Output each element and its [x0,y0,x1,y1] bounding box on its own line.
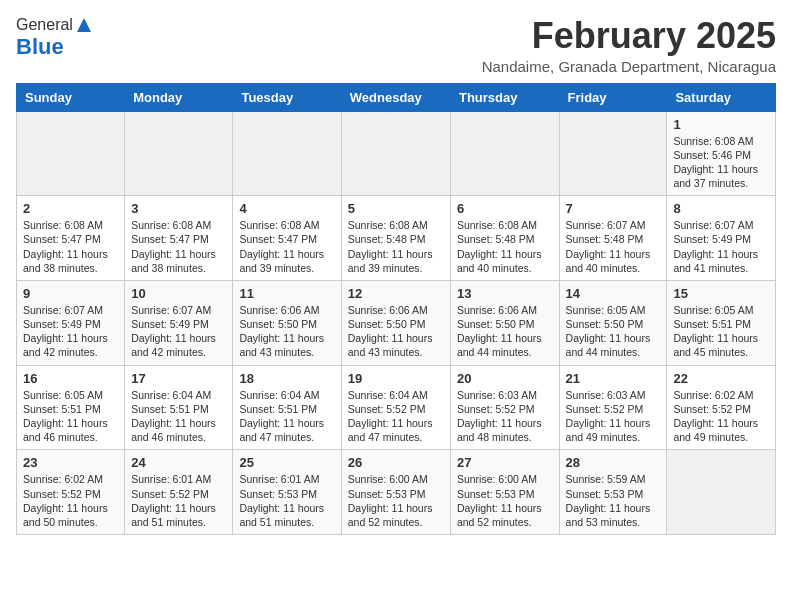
day-number: 28 [566,455,661,470]
day-content: Sunrise: 6:04 AM Sunset: 5:51 PM Dayligh… [239,388,334,445]
title-block: February 2025 Nandaime, Granada Departme… [482,16,776,75]
day-number: 14 [566,286,661,301]
day-number: 19 [348,371,444,386]
day-content: Sunrise: 5:59 AM Sunset: 5:53 PM Dayligh… [566,472,661,529]
day-number: 27 [457,455,553,470]
calendar-cell: 15Sunrise: 6:05 AM Sunset: 5:51 PM Dayli… [667,280,776,365]
weekday-header-wednesday: Wednesday [341,83,450,111]
day-content: Sunrise: 6:03 AM Sunset: 5:52 PM Dayligh… [566,388,661,445]
day-content: Sunrise: 6:02 AM Sunset: 5:52 PM Dayligh… [673,388,769,445]
day-content: Sunrise: 6:08 AM Sunset: 5:48 PM Dayligh… [348,218,444,275]
day-number: 10 [131,286,226,301]
day-content: Sunrise: 6:05 AM Sunset: 5:50 PM Dayligh… [566,303,661,360]
calendar-cell: 20Sunrise: 6:03 AM Sunset: 5:52 PM Dayli… [450,365,559,450]
day-number: 7 [566,201,661,216]
day-number: 4 [239,201,334,216]
calendar-cell: 28Sunrise: 5:59 AM Sunset: 5:53 PM Dayli… [559,450,667,535]
day-number: 13 [457,286,553,301]
svg-marker-0 [77,18,91,32]
day-content: Sunrise: 6:07 AM Sunset: 5:49 PM Dayligh… [673,218,769,275]
calendar-table: SundayMondayTuesdayWednesdayThursdayFrid… [16,83,776,535]
calendar-cell: 23Sunrise: 6:02 AM Sunset: 5:52 PM Dayli… [17,450,125,535]
day-content: Sunrise: 6:08 AM Sunset: 5:46 PM Dayligh… [673,134,769,191]
day-number: 15 [673,286,769,301]
day-content: Sunrise: 6:00 AM Sunset: 5:53 PM Dayligh… [348,472,444,529]
calendar-cell [341,111,450,196]
calendar-cell: 12Sunrise: 6:06 AM Sunset: 5:50 PM Dayli… [341,280,450,365]
calendar-week-row: 23Sunrise: 6:02 AM Sunset: 5:52 PM Dayli… [17,450,776,535]
day-content: Sunrise: 6:05 AM Sunset: 5:51 PM Dayligh… [673,303,769,360]
day-content: Sunrise: 6:08 AM Sunset: 5:48 PM Dayligh… [457,218,553,275]
calendar-cell: 18Sunrise: 6:04 AM Sunset: 5:51 PM Dayli… [233,365,341,450]
day-content: Sunrise: 6:05 AM Sunset: 5:51 PM Dayligh… [23,388,118,445]
calendar-cell: 4Sunrise: 6:08 AM Sunset: 5:47 PM Daylig… [233,196,341,281]
logo-blue: Blue [16,34,64,60]
calendar-week-row: 9Sunrise: 6:07 AM Sunset: 5:49 PM Daylig… [17,280,776,365]
day-content: Sunrise: 6:01 AM Sunset: 5:52 PM Dayligh… [131,472,226,529]
location-subtitle: Nandaime, Granada Department, Nicaragua [482,58,776,75]
day-content: Sunrise: 6:08 AM Sunset: 5:47 PM Dayligh… [239,218,334,275]
calendar-cell: 21Sunrise: 6:03 AM Sunset: 5:52 PM Dayli… [559,365,667,450]
day-number: 23 [23,455,118,470]
month-year-title: February 2025 [482,16,776,56]
day-number: 24 [131,455,226,470]
calendar-cell: 8Sunrise: 6:07 AM Sunset: 5:49 PM Daylig… [667,196,776,281]
calendar-cell: 27Sunrise: 6:00 AM Sunset: 5:53 PM Dayli… [450,450,559,535]
calendar-cell: 6Sunrise: 6:08 AM Sunset: 5:48 PM Daylig… [450,196,559,281]
logo: General Blue [16,16,93,60]
day-content: Sunrise: 6:06 AM Sunset: 5:50 PM Dayligh… [239,303,334,360]
day-number: 21 [566,371,661,386]
calendar-cell: 22Sunrise: 6:02 AM Sunset: 5:52 PM Dayli… [667,365,776,450]
day-number: 17 [131,371,226,386]
weekday-header-friday: Friday [559,83,667,111]
day-content: Sunrise: 6:03 AM Sunset: 5:52 PM Dayligh… [457,388,553,445]
day-content: Sunrise: 6:04 AM Sunset: 5:51 PM Dayligh… [131,388,226,445]
calendar-cell: 26Sunrise: 6:00 AM Sunset: 5:53 PM Dayli… [341,450,450,535]
calendar-cell: 14Sunrise: 6:05 AM Sunset: 5:50 PM Dayli… [559,280,667,365]
calendar-cell [559,111,667,196]
calendar-cell: 11Sunrise: 6:06 AM Sunset: 5:50 PM Dayli… [233,280,341,365]
day-content: Sunrise: 6:04 AM Sunset: 5:52 PM Dayligh… [348,388,444,445]
day-content: Sunrise: 6:07 AM Sunset: 5:49 PM Dayligh… [23,303,118,360]
page-header: General Blue February 2025 Nandaime, Gra… [16,16,776,75]
calendar-cell: 3Sunrise: 6:08 AM Sunset: 5:47 PM Daylig… [125,196,233,281]
calendar-cell: 1Sunrise: 6:08 AM Sunset: 5:46 PM Daylig… [667,111,776,196]
day-number: 20 [457,371,553,386]
day-content: Sunrise: 6:06 AM Sunset: 5:50 PM Dayligh… [457,303,553,360]
day-content: Sunrise: 6:08 AM Sunset: 5:47 PM Dayligh… [23,218,118,275]
weekday-header-sunday: Sunday [17,83,125,111]
day-content: Sunrise: 6:00 AM Sunset: 5:53 PM Dayligh… [457,472,553,529]
day-number: 6 [457,201,553,216]
day-number: 12 [348,286,444,301]
calendar-cell: 13Sunrise: 6:06 AM Sunset: 5:50 PM Dayli… [450,280,559,365]
calendar-cell: 7Sunrise: 6:07 AM Sunset: 5:48 PM Daylig… [559,196,667,281]
weekday-header-tuesday: Tuesday [233,83,341,111]
day-number: 18 [239,371,334,386]
calendar-week-row: 1Sunrise: 6:08 AM Sunset: 5:46 PM Daylig… [17,111,776,196]
day-content: Sunrise: 6:07 AM Sunset: 5:49 PM Dayligh… [131,303,226,360]
calendar-cell: 10Sunrise: 6:07 AM Sunset: 5:49 PM Dayli… [125,280,233,365]
day-number: 22 [673,371,769,386]
day-number: 5 [348,201,444,216]
day-number: 16 [23,371,118,386]
calendar-cell: 24Sunrise: 6:01 AM Sunset: 5:52 PM Dayli… [125,450,233,535]
day-content: Sunrise: 6:01 AM Sunset: 5:53 PM Dayligh… [239,472,334,529]
weekday-header-thursday: Thursday [450,83,559,111]
day-number: 11 [239,286,334,301]
calendar-cell: 2Sunrise: 6:08 AM Sunset: 5:47 PM Daylig… [17,196,125,281]
day-number: 2 [23,201,118,216]
calendar-week-row: 2Sunrise: 6:08 AM Sunset: 5:47 PM Daylig… [17,196,776,281]
calendar-cell: 9Sunrise: 6:07 AM Sunset: 5:49 PM Daylig… [17,280,125,365]
logo-general: General [16,16,73,34]
calendar-cell: 19Sunrise: 6:04 AM Sunset: 5:52 PM Dayli… [341,365,450,450]
calendar-cell [233,111,341,196]
calendar-week-row: 16Sunrise: 6:05 AM Sunset: 5:51 PM Dayli… [17,365,776,450]
day-number: 1 [673,117,769,132]
day-content: Sunrise: 6:06 AM Sunset: 5:50 PM Dayligh… [348,303,444,360]
day-number: 26 [348,455,444,470]
weekday-header-monday: Monday [125,83,233,111]
day-content: Sunrise: 6:02 AM Sunset: 5:52 PM Dayligh… [23,472,118,529]
calendar-cell [125,111,233,196]
calendar-cell: 17Sunrise: 6:04 AM Sunset: 5:51 PM Dayli… [125,365,233,450]
calendar-cell: 25Sunrise: 6:01 AM Sunset: 5:53 PM Dayli… [233,450,341,535]
